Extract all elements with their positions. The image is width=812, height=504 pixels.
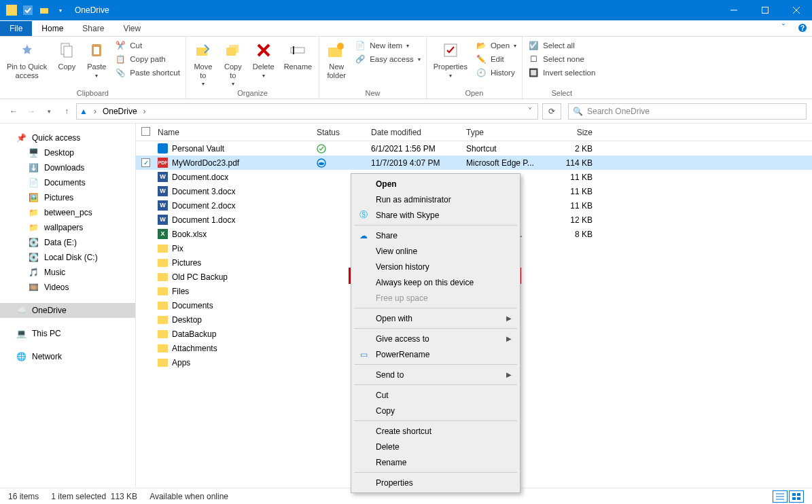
nav-item[interactable]: wallpapers: [0, 220, 135, 235]
col-size[interactable]: Size: [546, 128, 601, 137]
qat-dropdown-icon[interactable]: ▾: [53, 3, 68, 18]
rename-button[interactable]: Rename: [280, 38, 317, 73]
properties-button[interactable]: Properties▾: [429, 38, 472, 80]
ctx-properties[interactable]: Properties: [353, 475, 518, 490]
file-name: Document 1.docx: [172, 215, 235, 225]
back-button[interactable]: ←: [5, 103, 22, 120]
ctx-share-skype[interactable]: ⓈShare with Skype: [353, 207, 518, 223]
details-view-button[interactable]: [773, 490, 788, 503]
ctx-view-online[interactable]: View online: [353, 243, 518, 259]
refresh-button[interactable]: ⟳: [542, 103, 561, 120]
row-checkbox[interactable]: ✓: [141, 158, 150, 167]
file-name: Document 2.docx: [172, 201, 235, 211]
copy-to-button[interactable]: Copy to▾: [219, 38, 247, 88]
ctx-create-shortcut[interactable]: Create shortcut: [353, 423, 518, 439]
nav-item[interactable]: Desktop: [0, 145, 135, 160]
ctx-rename[interactable]: Rename: [353, 454, 518, 470]
nav-item[interactable]: Music: [0, 265, 135, 280]
address-bar-row: ← → ▾ ↑ ▲ › OneDrive › ˅ ⟳ 🔍 Search OneD…: [0, 99, 812, 124]
recent-dropdown[interactable]: ▾: [41, 103, 57, 120]
nav-onedrive[interactable]: OneDrive: [0, 303, 135, 318]
delete-button[interactable]: Delete▾: [249, 38, 279, 80]
copy-path-button[interactable]: 📋Copy path: [112, 53, 183, 65]
breadcrumb[interactable]: ▲ › OneDrive › ˅: [76, 103, 538, 120]
select-none-button[interactable]: ☐Select none: [525, 53, 598, 65]
column-headers[interactable]: Name Status Date modified Type Size: [136, 124, 812, 141]
help-button[interactable]: ?: [793, 20, 812, 36]
ctx-open[interactable]: Open: [353, 176, 518, 192]
col-status[interactable]: Status: [317, 128, 371, 137]
ctx-cut[interactable]: Cut: [353, 387, 518, 403]
minimize-button[interactable]: [718, 0, 749, 20]
file-name: Pictures: [172, 258, 201, 268]
svg-rect-2: [40, 8, 48, 14]
forward-button[interactable]: →: [23, 103, 39, 120]
file-size: 114 KB: [546, 158, 601, 168]
chevron-right-icon[interactable]: ›: [140, 107, 149, 116]
up-button[interactable]: ↑: [58, 103, 75, 120]
history-button[interactable]: 🕘History: [473, 67, 519, 79]
nav-item[interactable]: between_pcs: [0, 205, 135, 220]
select-all-button[interactable]: ☑️Select all: [525, 39, 598, 52]
ctx-version-history[interactable]: Version history: [353, 259, 518, 274]
nav-item[interactable]: Local Disk (C:): [0, 250, 135, 265]
ctx-always-keep[interactable]: Always keep on this device: [353, 274, 518, 290]
title-bar: ▾ OneDrive: [0, 0, 812, 20]
easy-access-button[interactable]: 🔗Easy access ▾: [352, 53, 423, 65]
file-name: Documents: [172, 301, 213, 310]
file-row[interactable]: ✓PDFMyWordDoc23.pdf11/7/2019 4:07 PMMicr…: [136, 156, 812, 170]
collapse-ribbon-button[interactable]: ˇ: [774, 20, 793, 36]
tab-view[interactable]: View: [113, 21, 150, 36]
tab-home[interactable]: Home: [32, 21, 73, 36]
tab-file[interactable]: File: [0, 21, 32, 36]
edit-button[interactable]: ✏️Edit: [473, 53, 519, 65]
tab-share[interactable]: Share: [73, 21, 113, 36]
ctx-send-to[interactable]: Send to▶: [353, 367, 518, 382]
nav-network[interactable]: Network: [0, 349, 135, 364]
file-name: Document 3.docx: [172, 187, 235, 196]
invert-selection-button[interactable]: 🔲Invert selection: [525, 67, 598, 79]
thumbnails-view-button[interactable]: [789, 490, 804, 503]
nav-item[interactable]: Pictures: [0, 190, 135, 205]
maximize-button[interactable]: [749, 0, 781, 20]
paste-shortcut-button[interactable]: 📎Paste shortcut: [112, 67, 183, 79]
navigation-pane[interactable]: Quick access DesktopDownloadsDocumentsPi…: [0, 124, 136, 486]
nav-quick-access[interactable]: Quick access: [0, 130, 135, 145]
pin-to-quick-access-button[interactable]: Pin to Quick access: [3, 38, 51, 81]
cloud-icon: ▲: [80, 107, 88, 116]
folder-icon: [158, 273, 168, 281]
move-to-button[interactable]: Move to▾: [189, 38, 217, 88]
breadcrumb-root[interactable]: OneDrive: [103, 107, 137, 116]
nav-item[interactable]: Videos: [0, 280, 135, 295]
new-folder-button[interactable]: New folder: [322, 38, 351, 81]
nav-this-pc[interactable]: This PC: [0, 326, 135, 341]
copy-button[interactable]: Copy: [52, 38, 81, 73]
ctx-delete[interactable]: Delete: [353, 439, 518, 454]
chevron-right-icon[interactable]: ›: [90, 107, 100, 116]
open-button[interactable]: 📂Open ▾: [473, 39, 519, 52]
col-name[interactable]: Name: [158, 128, 317, 137]
nav-item[interactable]: Data (E:): [0, 235, 135, 250]
ctx-copy[interactable]: Copy: [353, 403, 518, 418]
ctx-share[interactable]: ☁Share: [353, 228, 518, 243]
col-date[interactable]: Date modified: [371, 128, 466, 137]
col-type[interactable]: Type: [466, 128, 546, 137]
nav-item[interactable]: Downloads: [0, 160, 135, 175]
qat-newfolder-icon[interactable]: [37, 3, 52, 18]
chevron-right-icon: ▶: [506, 335, 518, 342]
address-dropdown[interactable]: ˅: [525, 107, 535, 116]
folder-icon: [29, 208, 39, 217]
qat-properties-icon[interactable]: [20, 3, 35, 18]
ctx-powerrename[interactable]: ▭PowerRename: [353, 346, 518, 362]
nav-item[interactable]: Documents: [0, 175, 135, 190]
new-item-button[interactable]: 📄New item ▾: [352, 39, 423, 52]
close-button[interactable]: [781, 0, 812, 20]
ctx-open-with[interactable]: Open with▶: [353, 310, 518, 326]
paste-button[interactable]: Paste▾: [82, 38, 111, 80]
search-input[interactable]: 🔍 Search OneDrive: [568, 103, 807, 120]
ctx-give-access[interactable]: Give access to▶: [353, 331, 518, 346]
file-row[interactable]: Personal Vault6/1/2021 1:56 PMShortcut2 …: [136, 141, 812, 156]
cut-button[interactable]: ✂️Cut: [112, 39, 183, 52]
select-all-checkbox[interactable]: [141, 127, 150, 136]
ctx-run-admin[interactable]: Run as administrator: [353, 192, 518, 207]
